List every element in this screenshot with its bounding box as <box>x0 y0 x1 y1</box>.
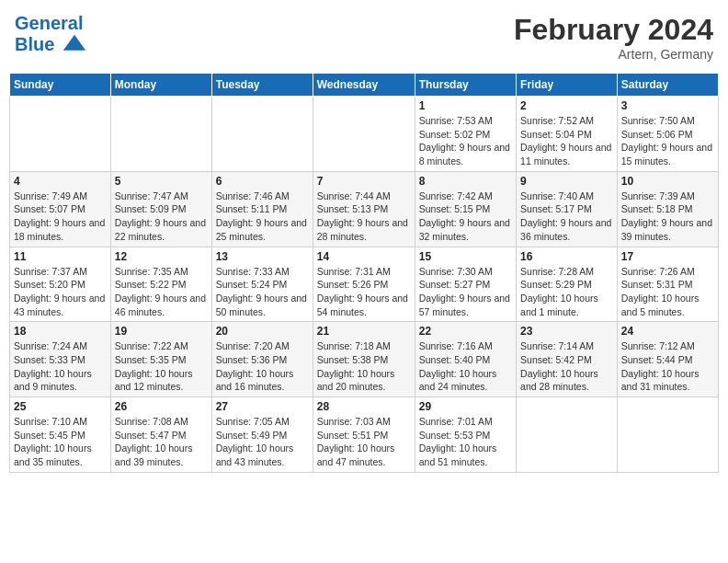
calendar-table: SundayMondayTuesdayWednesdayThursdayFrid… <box>9 73 719 473</box>
calendar-cell <box>617 397 718 473</box>
calendar-cell: 20Sunrise: 7:20 AMSunset: 5:36 PMDayligh… <box>211 322 313 397</box>
day-info: Sunrise: 7:53 AMSunset: 5:02 PMDaylight:… <box>419 114 512 168</box>
day-number: 6 <box>216 175 309 188</box>
day-number: 15 <box>419 250 512 263</box>
calendar-cell: 22Sunrise: 7:16 AMSunset: 5:40 PMDayligh… <box>415 322 516 397</box>
day-number: 19 <box>115 325 208 338</box>
day-info: Sunrise: 7:39 AMSunset: 5:18 PMDaylight:… <box>621 190 714 244</box>
day-number: 3 <box>621 99 714 112</box>
day-info: Sunrise: 7:47 AMSunset: 5:09 PMDaylight:… <box>115 190 208 244</box>
calendar-cell <box>211 97 313 172</box>
svg-marker-0 <box>63 35 85 51</box>
calendar-week-2: 4Sunrise: 7:49 AMSunset: 5:07 PMDaylight… <box>10 171 719 247</box>
page-header: General Blue February 2024 Artern, Germa… <box>9 9 719 65</box>
day-number: 16 <box>520 250 613 263</box>
calendar-cell: 13Sunrise: 7:33 AMSunset: 5:24 PMDayligh… <box>211 247 313 322</box>
day-number: 1 <box>419 99 512 112</box>
calendar-cell: 8Sunrise: 7:42 AMSunset: 5:15 PMDaylight… <box>415 171 516 247</box>
day-number: 29 <box>419 400 512 413</box>
calendar-cell: 16Sunrise: 7:28 AMSunset: 5:29 PMDayligh… <box>517 247 618 322</box>
calendar-cell: 14Sunrise: 7:31 AMSunset: 5:26 PMDayligh… <box>313 247 415 322</box>
weekday-header-monday: Monday <box>110 74 211 97</box>
day-number: 8 <box>419 175 512 188</box>
day-number: 17 <box>621 250 714 263</box>
day-number: 13 <box>216 250 309 263</box>
day-number: 10 <box>621 175 714 188</box>
day-info: Sunrise: 7:31 AMSunset: 5:26 PMDaylight:… <box>317 265 411 319</box>
day-info: Sunrise: 7:40 AMSunset: 5:17 PMDaylight:… <box>520 190 613 244</box>
day-info: Sunrise: 7:26 AMSunset: 5:31 PMDaylight:… <box>621 265 714 319</box>
day-info: Sunrise: 7:30 AMSunset: 5:27 PMDaylight:… <box>419 265 512 319</box>
day-info: Sunrise: 7:35 AMSunset: 5:22 PMDaylight:… <box>115 265 208 319</box>
calendar-cell: 23Sunrise: 7:14 AMSunset: 5:42 PMDayligh… <box>517 322 618 397</box>
day-info: Sunrise: 7:24 AMSunset: 5:33 PMDaylight:… <box>14 339 107 394</box>
day-number: 4 <box>14 175 107 188</box>
calendar-week-1: 1Sunrise: 7:53 AMSunset: 5:02 PMDaylight… <box>10 97 719 172</box>
title-block: February 2024 Artern, Germany <box>514 13 713 62</box>
calendar-cell: 17Sunrise: 7:26 AMSunset: 5:31 PMDayligh… <box>617 247 718 322</box>
day-info: Sunrise: 7:44 AMSunset: 5:13 PMDaylight:… <box>317 190 411 244</box>
day-info: Sunrise: 7:01 AMSunset: 5:53 PMDaylight:… <box>419 415 512 469</box>
calendar-cell: 7Sunrise: 7:44 AMSunset: 5:13 PMDaylight… <box>313 171 415 247</box>
day-number: 7 <box>317 175 411 188</box>
logo-text2: Blue <box>15 33 87 59</box>
day-info: Sunrise: 7:33 AMSunset: 5:24 PMDaylight:… <box>216 265 309 319</box>
calendar-cell <box>313 97 415 172</box>
calendar-cell: 15Sunrise: 7:30 AMSunset: 5:27 PMDayligh… <box>415 247 516 322</box>
day-info: Sunrise: 7:46 AMSunset: 5:11 PMDaylight:… <box>216 190 309 244</box>
calendar-cell: 25Sunrise: 7:10 AMSunset: 5:45 PMDayligh… <box>10 397 111 473</box>
day-info: Sunrise: 7:05 AMSunset: 5:49 PMDaylight:… <box>216 415 309 469</box>
day-info: Sunrise: 7:14 AMSunset: 5:42 PMDaylight:… <box>520 339 613 394</box>
day-info: Sunrise: 7:49 AMSunset: 5:07 PMDaylight:… <box>14 190 107 244</box>
calendar-week-4: 18Sunrise: 7:24 AMSunset: 5:33 PMDayligh… <box>10 322 719 397</box>
logo-text: General <box>15 13 87 33</box>
day-number: 25 <box>14 400 107 413</box>
day-number: 28 <box>317 400 411 413</box>
day-info: Sunrise: 7:12 AMSunset: 5:44 PMDaylight:… <box>621 339 714 394</box>
calendar-cell: 29Sunrise: 7:01 AMSunset: 5:53 PMDayligh… <box>415 397 516 473</box>
day-number: 14 <box>317 250 411 263</box>
day-info: Sunrise: 7:52 AMSunset: 5:04 PMDaylight:… <box>520 114 613 168</box>
subtitle: Artern, Germany <box>514 47 713 62</box>
calendar-cell: 1Sunrise: 7:53 AMSunset: 5:02 PMDaylight… <box>415 97 516 172</box>
calendar-cell: 19Sunrise: 7:22 AMSunset: 5:35 PMDayligh… <box>110 322 211 397</box>
day-info: Sunrise: 7:20 AMSunset: 5:36 PMDaylight:… <box>216 339 309 394</box>
weekday-header-saturday: Saturday <box>617 74 718 97</box>
calendar-cell: 26Sunrise: 7:08 AMSunset: 5:47 PMDayligh… <box>110 397 211 473</box>
day-number: 11 <box>14 250 107 263</box>
day-info: Sunrise: 7:18 AMSunset: 5:38 PMDaylight:… <box>317 339 411 394</box>
day-number: 26 <box>115 400 208 413</box>
calendar-cell: 5Sunrise: 7:47 AMSunset: 5:09 PMDaylight… <box>110 171 211 247</box>
calendar-cell: 12Sunrise: 7:35 AMSunset: 5:22 PMDayligh… <box>110 247 211 322</box>
calendar-cell: 3Sunrise: 7:50 AMSunset: 5:06 PMDaylight… <box>617 97 718 172</box>
calendar-week-3: 11Sunrise: 7:37 AMSunset: 5:20 PMDayligh… <box>10 247 719 322</box>
weekday-header-tuesday: Tuesday <box>211 74 313 97</box>
calendar-cell: 10Sunrise: 7:39 AMSunset: 5:18 PMDayligh… <box>617 171 718 247</box>
weekday-header-friday: Friday <box>517 74 618 97</box>
calendar-cell <box>517 397 618 473</box>
calendar-cell: 9Sunrise: 7:40 AMSunset: 5:17 PMDaylight… <box>517 171 618 247</box>
day-info: Sunrise: 7:37 AMSunset: 5:20 PMDaylight:… <box>14 265 107 319</box>
calendar-cell <box>10 97 111 172</box>
calendar-cell: 4Sunrise: 7:49 AMSunset: 5:07 PMDaylight… <box>10 171 111 247</box>
day-info: Sunrise: 7:10 AMSunset: 5:45 PMDaylight:… <box>14 415 107 469</box>
day-info: Sunrise: 7:42 AMSunset: 5:15 PMDaylight:… <box>419 190 512 244</box>
weekday-header-sunday: Sunday <box>10 74 111 97</box>
main-title: February 2024 <box>514 13 713 47</box>
calendar-cell: 2Sunrise: 7:52 AMSunset: 5:04 PMDaylight… <box>517 97 618 172</box>
calendar-week-5: 25Sunrise: 7:10 AMSunset: 5:45 PMDayligh… <box>10 397 719 473</box>
calendar-cell: 6Sunrise: 7:46 AMSunset: 5:11 PMDaylight… <box>211 171 313 247</box>
day-info: Sunrise: 7:03 AMSunset: 5:51 PMDaylight:… <box>317 415 411 469</box>
calendar-cell: 24Sunrise: 7:12 AMSunset: 5:44 PMDayligh… <box>617 322 718 397</box>
calendar-cell: 27Sunrise: 7:05 AMSunset: 5:49 PMDayligh… <box>211 397 313 473</box>
day-info: Sunrise: 7:08 AMSunset: 5:47 PMDaylight:… <box>115 415 208 469</box>
day-info: Sunrise: 7:50 AMSunset: 5:06 PMDaylight:… <box>621 114 714 168</box>
day-number: 20 <box>216 325 309 338</box>
calendar-cell <box>110 97 211 172</box>
day-number: 18 <box>14 325 107 338</box>
day-info: Sunrise: 7:16 AMSunset: 5:40 PMDaylight:… <box>419 339 512 394</box>
weekday-header-wednesday: Wednesday <box>313 74 415 97</box>
day-number: 27 <box>216 400 309 413</box>
day-number: 21 <box>317 325 411 338</box>
day-number: 22 <box>419 325 512 338</box>
